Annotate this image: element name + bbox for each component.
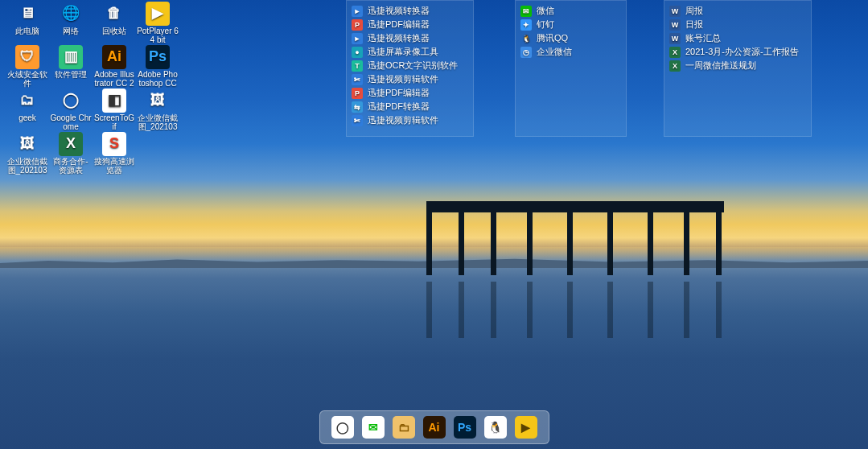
list-item[interactable]: ✉微信	[520, 4, 621, 18]
sogou-browser-label: 搜狗高速浏览器	[93, 157, 135, 175]
this-pc-glyph-icon: 🖥	[15, 2, 39, 26]
software-manager-icon[interactable]: ▥软件管理	[50, 43, 92, 85]
app-icon: P	[352, 88, 363, 99]
app-icon: W	[669, 33, 681, 44]
app-icon: ⇆	[352, 101, 363, 113]
list-item[interactable]: W周报	[669, 4, 806, 18]
wecom-screenshot-2-label: 企业微信截图_20210303...	[6, 157, 48, 175]
huorong-icon[interactable]: 🛡火绒安全软件	[6, 43, 48, 85]
recycle-bin-glyph-icon: 🗑	[102, 2, 126, 26]
screentogif-glyph-icon: ◧	[102, 89, 126, 113]
list-item[interactable]: 🐧腾讯QQ	[520, 31, 621, 45]
software-manager-label: 软件管理	[50, 70, 92, 79]
wecom-screenshot-2-glyph-icon: 🖼	[15, 132, 39, 156]
sogou-browser-glyph-icon: S	[102, 132, 126, 156]
app-icon: ✄	[352, 115, 363, 126]
app-icon: 🐧	[520, 33, 532, 44]
app-icon: ►	[352, 33, 363, 44]
wecom-screenshot-1-label: 企业微信截图_20210303...	[137, 113, 179, 131]
list-item[interactable]: W账号汇总	[669, 31, 806, 45]
pier-reflection	[426, 274, 724, 346]
app-icon: W	[669, 6, 681, 17]
list-item[interactable]: X一周微信推送规划	[669, 59, 806, 72]
dock-chrome-icon[interactable]: ◯	[331, 416, 354, 439]
sogou-browser-icon[interactable]: S搜狗高速浏览器	[93, 130, 135, 172]
fence-docs: W周报W日报W账号汇总X2021-3月-办公资源-工作报告X一周微信推送规划	[664, 0, 812, 137]
wecom-screenshot-1-icon[interactable]: 🖼企业微信截图_20210303...	[137, 87, 179, 129]
list-item[interactable]: ✄迅捷视频剪辑软件	[352, 72, 468, 86]
network-icon[interactable]: 🌐网络	[50, 0, 92, 42]
item-label: 钉钉	[537, 19, 554, 31]
adobe-photoshop-icon[interactable]: PsAdobe Photoshop CC 2...	[137, 43, 179, 85]
item-label: 企业微信	[537, 46, 572, 58]
huorong-glyph-icon: 🛡	[15, 45, 39, 69]
item-label: 周报	[685, 5, 703, 17]
item-label: 日报	[685, 19, 703, 31]
item-label: 迅捷屏幕录像工具	[368, 46, 438, 58]
potplayer-label: PotPlayer 64 bit	[137, 27, 179, 44]
app-icon: ✄	[352, 74, 363, 85]
screentogif-icon[interactable]: ◧ScreenToGif	[93, 87, 135, 129]
item-label: 腾讯QQ	[537, 32, 568, 44]
list-item[interactable]: ✄迅捷视频剪辑软件	[352, 113, 468, 127]
app-icon: ►	[352, 6, 363, 17]
dock-potplayer-icon[interactable]: ▶	[515, 416, 537, 439]
pier-silhouette	[426, 201, 724, 282]
item-label: 账号汇总	[685, 32, 721, 44]
app-icon: X	[669, 47, 681, 58]
google-chrome-label: Google Chrome	[50, 113, 92, 131]
fence-chat: ✉微信✦钉钉🐧腾讯QQ◷企业微信	[515, 0, 627, 137]
network-label: 网络	[50, 27, 92, 35]
wecom-screenshot-2-icon[interactable]: 🖼企业微信截图_20210303...	[6, 130, 48, 172]
huorong-label: 火绒安全软件	[6, 70, 48, 88]
excel-resources-icon[interactable]: X商务合作-资源表	[50, 130, 92, 172]
list-item[interactable]: ⇆迅捷PDF转换器	[352, 100, 468, 113]
recycle-bin-icon[interactable]: 🗑回收站	[93, 0, 135, 42]
list-item[interactable]: ►迅捷视频转换器	[352, 31, 468, 45]
adobe-illustrator-icon[interactable]: AiAdobe Illustrator CC 2018	[93, 43, 135, 85]
item-label: 2021-3月-办公资源-工作报告	[685, 46, 799, 58]
list-item[interactable]: X2021-3月-办公资源-工作报告	[669, 45, 806, 59]
geek-folder-icon[interactable]: 🗂geek	[6, 87, 48, 129]
app-icon: ◷	[520, 47, 532, 58]
adobe-photoshop-label: Adobe Photoshop CC 2...	[137, 70, 179, 88]
dock-illustrator-icon[interactable]: Ai	[423, 416, 446, 439]
app-icon: ✦	[520, 19, 532, 31]
list-item[interactable]: T迅捷OCR文字识别软件	[352, 59, 468, 72]
item-label: 迅捷PDF编辑器	[368, 87, 430, 99]
excel-resources-label: 商务合作-资源表	[50, 157, 92, 175]
list-item[interactable]: W日报	[669, 18, 806, 31]
dock-folder-icon[interactable]: 🗀	[393, 416, 415, 439]
potplayer-icon[interactable]: ▶PotPlayer 64 bit	[137, 0, 179, 42]
dock-photoshop-icon[interactable]: Ps	[454, 416, 476, 439]
recycle-bin-label: 回收站	[93, 27, 135, 35]
item-label: 迅捷视频转换器	[368, 32, 430, 44]
app-icon: T	[352, 60, 363, 72]
google-chrome-icon[interactable]: ◯Google Chrome	[50, 87, 92, 129]
app-icon: X	[669, 60, 681, 72]
fence-tools: ►迅捷视频转换器P迅捷PDF编辑器►迅捷视频转换器●迅捷屏幕录像工具T迅捷OCR…	[346, 0, 474, 137]
list-item[interactable]: ●迅捷屏幕录像工具	[352, 45, 468, 59]
list-item[interactable]: ►迅捷视频转换器	[352, 4, 468, 18]
geek-folder-label: geek	[6, 113, 48, 122]
potplayer-glyph-icon: ▶	[146, 2, 170, 26]
app-icon: W	[669, 19, 681, 31]
item-label: 迅捷视频剪辑软件	[368, 73, 438, 85]
screentogif-label: ScreenToGif	[93, 113, 135, 131]
list-item[interactable]: ✦钉钉	[520, 18, 621, 31]
app-icon: ●	[352, 47, 363, 58]
app-icon: ✉	[520, 6, 532, 17]
list-item[interactable]: P迅捷PDF编辑器	[352, 18, 468, 31]
dock-container: ◯✉🗀AiPs🐧▶	[319, 410, 549, 444]
network-glyph-icon: 🌐	[59, 2, 83, 26]
dock: ◯✉🗀AiPs🐧▶	[319, 410, 549, 444]
dock-wechat-icon[interactable]: ✉	[362, 416, 385, 439]
item-label: 迅捷视频剪辑软件	[368, 114, 438, 126]
app-icon: P	[352, 19, 363, 31]
this-pc-icon[interactable]: 🖥此电脑	[6, 0, 48, 42]
dock-qq-icon[interactable]: 🐧	[484, 416, 507, 439]
item-label: 迅捷视频转换器	[368, 5, 430, 17]
list-item[interactable]: P迅捷PDF编辑器	[352, 86, 468, 100]
this-pc-label: 此电脑	[6, 27, 48, 35]
list-item[interactable]: ◷企业微信	[520, 45, 621, 59]
